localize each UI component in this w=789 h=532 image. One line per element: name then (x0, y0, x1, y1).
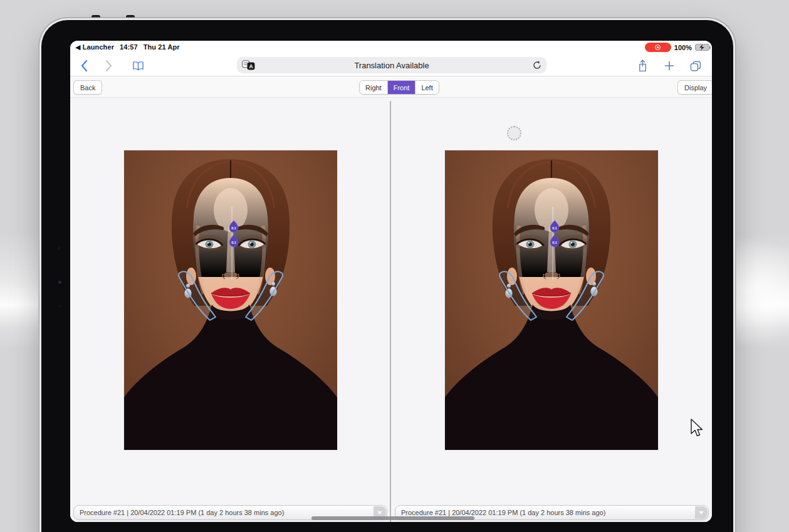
display-button[interactable]: Display (677, 80, 712, 95)
battery-percent: 100% (674, 44, 692, 51)
share-icon (637, 60, 648, 73)
book-icon (132, 61, 144, 71)
mouse-cursor (690, 419, 705, 439)
page-title: Translation Available (237, 61, 546, 70)
ipad-screen: ◀ Launcher 14:57 Thu 21 Apr 100% (70, 41, 712, 522)
status-bar: ◀ Launcher 14:57 Thu 21 Apr 100% (70, 41, 712, 55)
address-bar[interactable]: A Translation Available (237, 57, 546, 73)
panel-divider (390, 101, 391, 522)
status-time: 14:57 (120, 43, 138, 51)
tabs-icon (690, 61, 701, 71)
procedure-label: Procedure #21 | 20/04/2022 01:19 PM (1 d… (80, 509, 284, 516)
bookmarks-button[interactable] (130, 59, 145, 73)
bezel-sensor-dot (58, 247, 60, 249)
app-toolbar: Back Right Front Left Display (70, 76, 712, 98)
comparison-content: 0.1 0.1 (70, 98, 712, 522)
view-segmented-control: Right Front Left (359, 80, 439, 95)
battery-icon (695, 44, 709, 51)
dropdown-arrow-icon (695, 506, 708, 519)
safari-toolbar: A Translation Available (70, 55, 712, 76)
record-icon (655, 44, 661, 50)
loading-spinner (507, 126, 521, 140)
charging-bolt-icon (699, 44, 704, 50)
desktop-background: ◀ Launcher 14:57 Thu 21 Apr 100% (0, 0, 789, 532)
browser-forward-button[interactable] (103, 59, 115, 73)
plus-icon (664, 61, 674, 71)
segment-left[interactable]: Left (415, 81, 438, 94)
procedure-label: Procedure #21 | 20/04/2022 01:19 PM (1 d… (401, 509, 605, 516)
tabs-button[interactable] (688, 59, 703, 73)
ipad-frame: ◀ Launcher 14:57 Thu 21 Apr 100% (41, 20, 733, 532)
horizontal-scrollbar[interactable] (311, 516, 474, 520)
browser-back-button[interactable] (78, 59, 90, 73)
patient-photo-right[interactable] (445, 150, 658, 450)
segment-front[interactable]: Front (388, 81, 416, 94)
back-to-launcher-link[interactable]: ◀ Launcher (75, 43, 114, 51)
bezel-mic-dot (58, 305, 61, 308)
status-date: Thu 21 Apr (144, 43, 180, 51)
screen-recording-indicator[interactable] (645, 43, 671, 52)
chevron-left-icon (80, 60, 88, 72)
front-camera (58, 281, 61, 284)
patient-photo-left[interactable] (124, 150, 337, 450)
chevron-right-icon (105, 60, 113, 72)
share-button[interactable] (635, 59, 649, 73)
segment-right[interactable]: Right (360, 81, 388, 94)
new-tab-button[interactable] (662, 59, 676, 73)
reload-icon[interactable] (532, 60, 542, 70)
back-button[interactable]: Back (73, 80, 102, 95)
